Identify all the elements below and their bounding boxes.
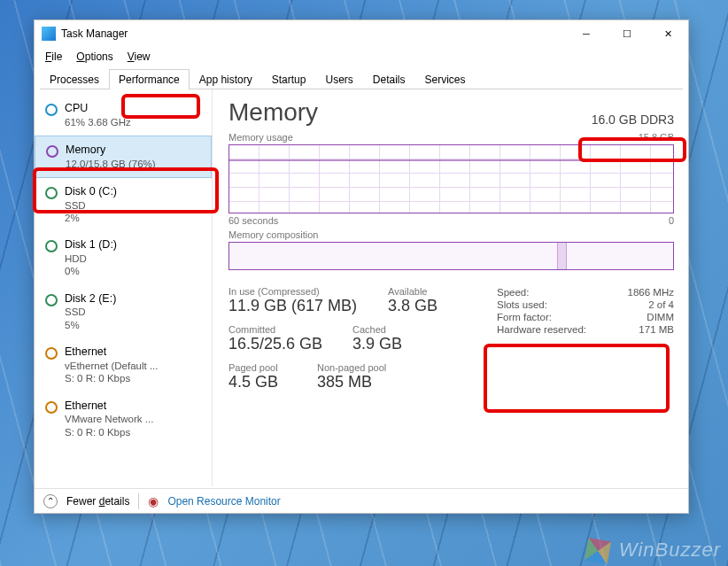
performance-sidebar[interactable]: CPU61% 3.68 GHzMemory12.0/15.8 GB (76%)D… (35, 89, 213, 486)
detail-row: Speed:1866 MHz (497, 286, 674, 299)
menubar: File Options View (35, 47, 688, 65)
bottom-bar: ⌃ Fewer details ◉ Open Resource Monitor (35, 488, 688, 513)
detail-value: DIMM (647, 312, 674, 322)
sidebar-spark-icon (45, 104, 58, 116)
sidebar-item-sub: 2% (65, 212, 117, 224)
tab-startup[interactable]: Startup (262, 69, 316, 89)
sidebar-item-sub: SSD (65, 199, 117, 212)
detail-value: 2 of 4 (648, 299, 674, 310)
paged-value: 4.5 GB (228, 373, 299, 392)
sidebar-item-title: Disk 0 (C:) (65, 185, 117, 199)
sidebar-item-sub: 5% (65, 319, 116, 331)
maximize-button[interactable]: ☐ (607, 20, 647, 47)
nonpaged-label: Non-paged pool (317, 362, 386, 373)
open-resource-monitor-link[interactable]: Open Resource Monitor (167, 495, 280, 508)
tabstrip: Processes Performance App history Startu… (40, 68, 683, 89)
tab-users[interactable]: Users (315, 69, 362, 89)
tab-services[interactable]: Services (415, 69, 476, 89)
cached-label: Cached (352, 324, 402, 335)
sidebar-spark-icon (45, 187, 58, 199)
minimize-button[interactable]: ─ (566, 20, 607, 47)
sidebar-spark-icon (45, 401, 58, 414)
sidebar-item-sub: S: 0 R: 0 Kbps (65, 372, 158, 384)
tab-app-history[interactable]: App history (190, 69, 262, 89)
sidebar-item-sub: S: 0 R: 0 Kbps (65, 426, 153, 438)
memory-composition-bar[interactable] (228, 242, 674, 270)
sidebar-spark-icon (46, 145, 58, 158)
detail-value: 171 MB (639, 324, 674, 335)
nonpaged-value: 385 MB (317, 373, 386, 392)
menu-view[interactable]: View (120, 49, 158, 65)
titlebar[interactable]: Task Manager ─ ☐ ✕ (35, 20, 688, 47)
sidebar-item-sub: VMware Network ... (65, 413, 153, 425)
sidebar-item-title: Disk 1 (D:) (65, 238, 117, 252)
watermark-logo-icon (585, 538, 611, 564)
window-title: Task Manager (61, 27, 566, 40)
sidebar-item-title: CPU (65, 102, 131, 116)
task-manager-window: Task Manager ─ ☐ ✕ File Options View Pro… (34, 19, 689, 514)
detail-key: Slots used: (497, 299, 547, 310)
sidebar-item-disk-0-c-[interactable]: Disk 0 (C:)SSD2% (35, 178, 212, 231)
committed-label: Committed (228, 324, 335, 335)
fewer-details-link[interactable]: Fewer details (66, 495, 129, 508)
tab-performance[interactable]: Performance (109, 69, 190, 89)
paged-label: Paged pool (228, 362, 299, 373)
sidebar-item-cpu[interactable]: CPU61% 3.68 GHz (35, 95, 212, 136)
chart-x-end: 0 (669, 215, 674, 226)
detail-key: Form factor: (497, 312, 552, 322)
committed-value: 16.5/25.6 GB (228, 335, 335, 353)
page-title: Memory (228, 98, 318, 127)
sidebar-item-sub: 61% 3.68 GHz (65, 116, 131, 128)
usage-chart-max: 15.8 GB (639, 132, 674, 143)
sidebar-item-sub: SSD (65, 306, 116, 318)
sidebar-item-disk-1-d-[interactable]: Disk 1 (D:)HDD0% (35, 231, 212, 284)
sidebar-item-title: Disk 2 (E:) (65, 292, 116, 306)
memory-details-table: Speed:1866 MHzSlots used:2 of 4Form fact… (497, 286, 674, 400)
detail-key: Hardware reserved: (497, 324, 586, 335)
sidebar-item-memory[interactable]: Memory12.0/15.8 GB (76%) (35, 136, 212, 178)
memory-spec: 16.0 GB DDR3 (592, 112, 674, 127)
sidebar-spark-icon (45, 347, 58, 360)
menu-file[interactable]: File (38, 49, 69, 65)
sidebar-item-title: Ethernet (65, 399, 153, 414)
in-use-label: In use (Compressed) (228, 286, 370, 297)
cached-value: 3.9 GB (352, 335, 402, 353)
detail-row: Hardware reserved:171 MB (497, 323, 674, 336)
watermark: WinBuzzer (586, 539, 721, 562)
chart-x-start: 60 seconds (228, 215, 278, 226)
composition-label: Memory composition (228, 229, 318, 240)
menu-options[interactable]: Options (69, 49, 120, 65)
available-value: 3.8 GB (388, 297, 438, 315)
available-label: Available (388, 286, 438, 297)
sidebar-spark-icon (45, 294, 58, 306)
usage-chart-label: Memory usage (228, 132, 293, 143)
memory-detail-pane: Memory 16.0 GB DDR3 Memory usage 15.8 GB… (213, 89, 688, 486)
detail-row: Form factor:DIMM (497, 311, 674, 323)
sidebar-item-title: Ethernet (65, 345, 158, 360)
detail-row: Slots used:2 of 4 (497, 299, 674, 311)
sidebar-item-ethernet[interactable]: EthernetvEthernet (Default ...S: 0 R: 0 … (35, 338, 212, 392)
memory-usage-chart[interactable] (228, 144, 674, 213)
chevron-up-icon[interactable]: ⌃ (43, 494, 58, 508)
detail-value: 1866 MHz (628, 287, 674, 298)
sidebar-item-ethernet[interactable]: EthernetVMware Network ...S: 0 R: 0 Kbps (35, 392, 212, 446)
close-button[interactable]: ✕ (647, 20, 688, 47)
sidebar-item-sub: 12.0/15.8 GB (76%) (66, 158, 156, 170)
sidebar-item-disk-2-e-[interactable]: Disk 2 (E:)SSD5% (35, 285, 212, 338)
sidebar-item-sub: 0% (65, 265, 117, 277)
sidebar-spark-icon (45, 240, 58, 252)
in-use-value: 11.9 GB (617 MB) (228, 297, 370, 315)
resmon-icon: ◉ (148, 494, 159, 508)
tab-processes[interactable]: Processes (40, 69, 109, 89)
sidebar-item-sub: HDD (65, 252, 117, 265)
app-icon (42, 27, 56, 41)
tab-details[interactable]: Details (363, 69, 415, 89)
sidebar-item-title: Memory (66, 143, 156, 158)
sidebar-item-sub: vEthernet (Default ... (65, 360, 158, 372)
detail-key: Speed: (497, 287, 529, 298)
